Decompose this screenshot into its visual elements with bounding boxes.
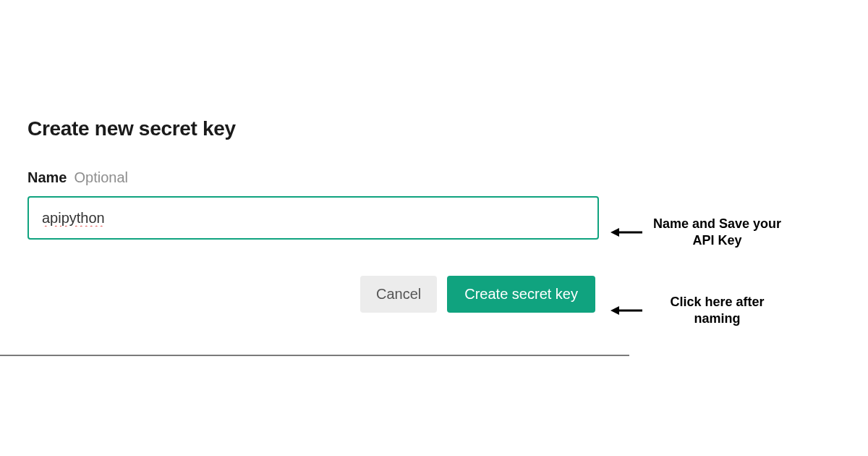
horizontal-divider <box>0 355 629 356</box>
svg-marker-3 <box>610 306 619 315</box>
annotation-input: Name and Save your API Key <box>610 216 788 250</box>
cancel-button[interactable]: Cancel <box>360 276 437 313</box>
dialog-title: Create new secret key <box>27 117 599 140</box>
dialog-actions: Cancel Create secret key <box>27 276 599 313</box>
create-secret-key-button[interactable]: Create secret key <box>447 276 595 313</box>
name-label: Name <box>27 169 67 186</box>
arrow-left-icon <box>610 225 642 240</box>
arrow-left-icon <box>610 303 642 318</box>
annotation-button: Click here after naming <box>610 294 788 328</box>
annotation-input-text: Name and Save your API Key <box>647 216 788 250</box>
key-name-input[interactable] <box>27 196 599 240</box>
name-hint: Optional <box>74 169 128 186</box>
name-label-row: Name Optional <box>27 169 599 186</box>
svg-marker-1 <box>610 228 619 237</box>
create-secret-key-dialog: Create new secret key Name Optional Canc… <box>27 117 599 313</box>
annotation-button-text: Click here after naming <box>647 294 788 328</box>
